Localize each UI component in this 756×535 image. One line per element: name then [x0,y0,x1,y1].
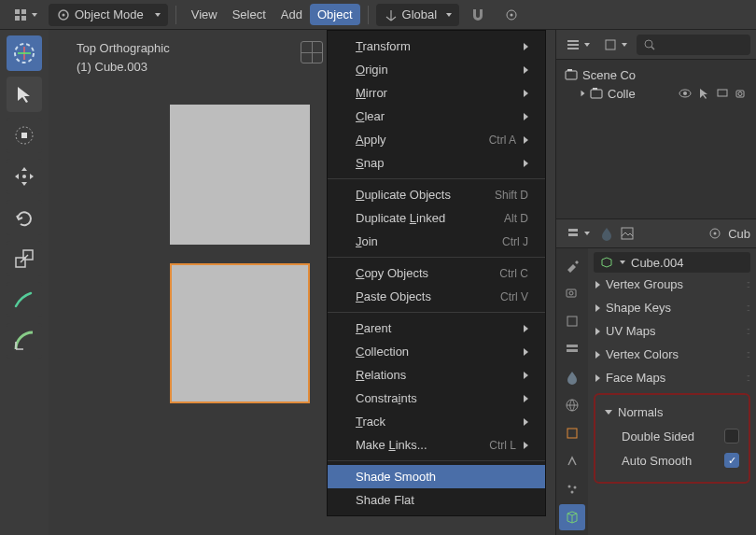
scene-collection-label: Scene Co [582,68,636,82]
menu-item-clear[interactable]: Clear [328,105,545,128]
tab-scene[interactable] [559,364,585,390]
tab-viewlayer[interactable] [559,336,585,362]
normals-title: Normals [618,405,739,419]
expand-icon[interactable] [581,91,585,96]
chevron-down-icon [155,13,161,17]
svg-rect-39 [567,317,577,326]
menu-item-copy-objects[interactable]: Copy ObjectsCtrl C [328,261,545,285]
menu-item-relations[interactable]: Relations [328,363,545,387]
menu-item-duplicate-linked[interactable]: Duplicate LinkedAlt D [328,206,545,230]
svg-rect-23 [566,71,577,79]
svg-rect-0 [15,9,20,14]
menu-item-duplicate-objects[interactable]: Duplicate ObjectsShift D [328,183,545,206]
collection-row[interactable]: Colle [560,84,752,103]
tab-render[interactable] [559,280,585,306]
mode-selector[interactable]: Object Mode [49,4,168,26]
magnet-icon [470,7,485,22]
collection-icon [589,86,604,101]
grid-icon [13,7,28,22]
drag-handle[interactable]: ::: [747,349,749,359]
scene-collection-row[interactable]: Scene Co [560,65,752,84]
svg-point-7 [511,13,513,16]
outliner-type-button[interactable] [562,34,594,56]
svg-point-13 [22,175,26,178]
screen-icon[interactable] [715,86,730,101]
drag-handle[interactable]: ::: [747,326,749,336]
header-menus: ViewSelectAddObject [184,4,360,25]
menu-item-mirror[interactable]: Mirror [328,81,545,105]
section-shape-keys[interactable]: Shape Keys::: [594,296,750,319]
svg-point-28 [683,92,687,95]
double-sided-checkbox[interactable] [724,429,739,443]
outliner-tree[interactable]: Scene Co Colle [556,60,756,218]
eye-icon[interactable] [678,86,693,101]
tool-annotate[interactable] [7,282,42,317]
menu-item-constraints[interactable]: Constraints [328,387,545,410]
disclosure-icon [595,281,600,289]
menu-view[interactable]: View [184,4,225,25]
svg-rect-26 [593,88,597,90]
drop-icon[interactable] [599,226,614,241]
section-vertex-groups[interactable]: Vertex Groups::: [594,273,750,296]
section-vertex-colors[interactable]: Vertex Colors::: [594,343,750,366]
section-uv-maps[interactable]: UV Maps::: [594,319,750,343]
menu-item-apply[interactable]: ApplyCtrl A [328,128,545,151]
tool-cursor[interactable] [7,77,42,112]
tool-select[interactable] [7,35,42,71]
camera-icon[interactable] [734,86,749,101]
menu-item-snap[interactable]: Snap [328,151,545,175]
tab-tool[interactable] [559,252,585,278]
svg-point-38 [569,291,573,295]
menu-item-track[interactable]: Track [328,410,545,433]
svg-point-45 [574,486,577,489]
menu-item-paste-objects[interactable]: Paste ObjectsCtrl V [328,285,545,308]
snap-options[interactable] [497,4,526,26]
snap-toggle[interactable] [463,4,493,26]
editor-type-button[interactable] [6,4,45,26]
tab-world[interactable] [559,392,585,418]
cursor-icon[interactable] [696,86,711,101]
tab-output[interactable] [559,308,585,334]
menu-item-shade-smooth[interactable]: Shade Smooth [328,465,545,488]
menu-item-transform[interactable]: Transform [328,35,545,58]
normals-header[interactable]: Normals [603,401,741,424]
auto-smooth-checkbox[interactable] [724,453,739,468]
menu-item-collection[interactable]: Collection [328,340,545,363]
outliner-search[interactable] [637,35,750,55]
tool-measure[interactable] [7,323,42,359]
svg-rect-29 [718,90,727,96]
tab-particle[interactable] [559,476,585,502]
menu-object[interactable]: Object [310,4,360,25]
outliner-display-button[interactable] [599,34,631,56]
menu-select[interactable]: Select [225,4,273,25]
menu-item-join[interactable]: JoinCtrl J [328,230,545,253]
menu-item-parent[interactable]: Parent [328,317,545,340]
drag-handle[interactable]: ::: [747,373,749,383]
tool-rotate[interactable] [7,200,42,235]
svg-point-21 [645,40,652,48]
datablock-name-field[interactable]: Cube.004 [594,252,750,273]
mesh-face [170,105,310,245]
object-menu[interactable]: TransformOriginMirrorClearApplyCtrl ASna… [327,30,546,516]
tool-transform[interactable] [7,159,42,194]
properties-type-button[interactable] [562,222,594,245]
menu-item-shade-flat[interactable]: Shade Flat [328,488,545,512]
svg-rect-1 [21,9,26,14]
tab-modifier[interactable] [559,448,585,474]
drag-handle[interactable]: ::: [747,303,749,313]
chevron-down-icon [446,13,452,17]
drag-handle[interactable]: ::: [747,279,749,289]
menu-add[interactable]: Add [273,4,310,25]
tab-data[interactable] [559,504,585,530]
quad-view-icon[interactable] [301,41,323,63]
tab-object[interactable] [559,420,585,446]
properties-header: Cub [556,218,756,248]
section-face-maps[interactable]: Face Maps::: [594,366,750,389]
tool-move[interactable] [7,118,42,153]
tool-scale[interactable] [7,241,42,276]
image-icon[interactable] [620,226,635,241]
menu-item-make-links-[interactable]: Make Links...Ctrl L [328,433,545,457]
orientation-selector[interactable]: Global [376,4,460,26]
menu-item-origin[interactable]: Origin [328,58,545,81]
svg-rect-40 [567,345,578,347]
